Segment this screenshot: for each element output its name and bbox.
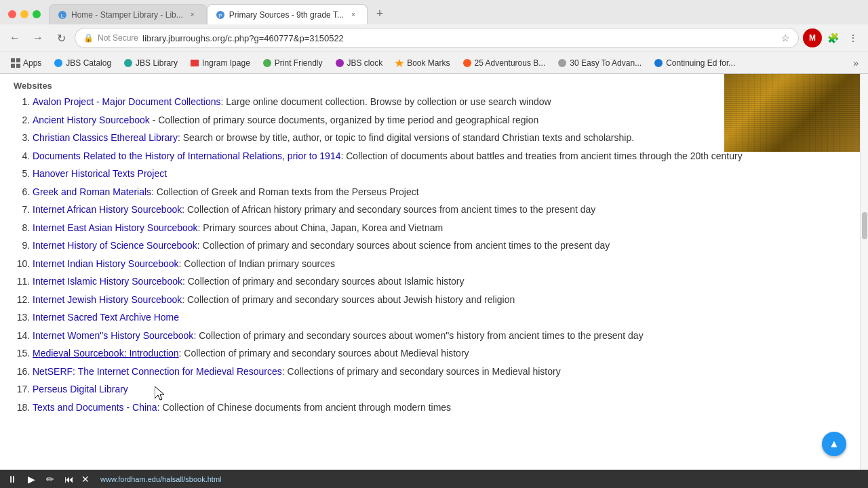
bookmark-print-friendly[interactable]: Print Friendly — [257, 57, 328, 69]
maximize-traffic-light[interactable] — [33, 10, 41, 18]
netserf-link[interactable]: NetSERF: The Internet Connection for Med… — [33, 366, 282, 377]
tab-1-favicon: L — [58, 10, 67, 20]
url-text: library.jburroughs.org/c.php?g=460777&p=… — [142, 33, 777, 43]
apps-icon — [11, 58, 20, 68]
media-play-button[interactable]: ▶ — [24, 472, 38, 486]
svg-rect-6 — [11, 64, 15, 68]
jbs-library-label: JBS Library — [136, 58, 178, 68]
svg-rect-4 — [11, 58, 15, 62]
tab-1-title: Home - Stamper Library - Lib... — [71, 10, 183, 20]
tab-1-close[interactable]: × — [187, 9, 198, 20]
bookmark-30easy[interactable]: 30 Easy To Advan... — [552, 57, 647, 69]
list-item: Internet History of Science Sourcebook: … — [33, 237, 846, 254]
close-traffic-light[interactable] — [8, 10, 16, 18]
bookmarks-icon — [395, 58, 404, 68]
science-sourcebook-description: : Collection of primary and secondary so… — [197, 240, 610, 251]
avalon-project-link[interactable]: Avalon Project - Major Document Collecti… — [33, 96, 221, 107]
traffic-lights — [0, 6, 49, 22]
list-item: Texts and Documents - China: Collection … — [33, 399, 846, 416]
texts-documents-link[interactable]: Texts and Documents - China — [33, 402, 157, 413]
islamic-history-link[interactable]: Internet Islamic History Sourcebook — [33, 276, 182, 287]
jewish-history-link[interactable]: Internet Jewish History Sourcebook — [33, 294, 182, 305]
bookmark-ingram[interactable]: Ingram Ipage — [184, 57, 256, 69]
scroll-thumb[interactable] — [862, 212, 867, 239]
greek-roman-link[interactable]: Greek and Roman Materials — [33, 186, 151, 197]
bookmark-bookmarks[interactable]: Book Marks — [389, 57, 455, 69]
more-bookmarks-button[interactable]: » — [849, 56, 863, 70]
book-pages-image — [724, 74, 860, 152]
jbs-clock-label: JBS clock — [347, 58, 383, 68]
avalon-description: : Large online document collection. Brow… — [221, 96, 551, 107]
east-asian-link[interactable]: Internet East Asian History Sourcebook — [33, 222, 198, 233]
bookmark-apps[interactable]: Apps — [5, 57, 47, 69]
ingram-icon — [190, 58, 199, 68]
url-bar[interactable]: 🔒 Not Secure library.jburroughs.org/c.ph… — [75, 28, 799, 48]
media-close-button[interactable]: ✕ — [81, 474, 90, 485]
media-edit-button[interactable]: ✏ — [43, 472, 57, 486]
christian-classics-description: : Search or browse by title, author, or … — [178, 132, 634, 143]
east-asian-description: : Primary sources about China, Japan, Ko… — [198, 222, 443, 233]
media-bar: ⏸ ▶ ✏ ⏮ ✕ www.fordham.edu/halsall/sbook.… — [0, 470, 868, 488]
forward-button[interactable]: → — [28, 28, 47, 47]
svg-marker-13 — [395, 59, 404, 67]
reload-button[interactable]: ↻ — [52, 28, 71, 47]
extensions-button[interactable]: 🧩 — [823, 28, 842, 47]
greek-roman-description: : Collection of Greek and Roman texts fr… — [151, 186, 419, 197]
svg-text:P: P — [218, 13, 222, 19]
bookmark-jbs-catalog[interactable]: JBS Catalog — [48, 57, 117, 69]
bookmark-cont-ed[interactable]: Continuing Ed for... — [648, 57, 741, 69]
african-history-link[interactable]: Internet African History Sourcebook — [33, 204, 182, 215]
25adv-label: 25 Adventurous B... — [475, 58, 546, 68]
print-friendly-label: Print Friendly — [275, 58, 323, 68]
tab-2-favicon: P — [216, 10, 225, 20]
page-content: Websites Avalon Project - Major Document… — [0, 74, 868, 470]
hanover-link[interactable]: Hanover Historical Texts Project — [33, 168, 167, 179]
list-item: Medieval Sourcebook: Introduction: Colle… — [33, 345, 846, 362]
ancient-history-description: - Collection of primary source documents… — [150, 115, 539, 125]
main-content-area: Websites Avalon Project - Major Document… — [0, 74, 860, 470]
islamic-history-description: : Collection of primary and secondary so… — [182, 276, 465, 287]
side-image — [724, 74, 860, 152]
apps-label: Apps — [23, 58, 41, 68]
media-rewind-button[interactable]: ⏮ — [62, 472, 76, 486]
tab-1[interactable]: L Home - Stamper Library - Lib... × — [49, 4, 207, 24]
tab-bar-area: L Home - Stamper Library - Lib... × P Pr… — [0, 0, 868, 74]
back-button[interactable]: ← — [5, 28, 24, 47]
star-icon[interactable]: ☆ — [781, 33, 790, 43]
tab-2-title: Primary Sources - 9th grade T... — [229, 10, 344, 20]
science-sourcebook-link[interactable]: Internet History of Science Sourcebook — [33, 240, 197, 251]
scrollbar[interactable] — [860, 74, 868, 470]
bookmark-25adv[interactable]: 25 Adventurous B... — [457, 57, 551, 69]
list-item: Internet Women"s History Sourcebook: Col… — [33, 327, 846, 344]
jewish-history-description: : Collection of primary and secondary so… — [182, 294, 515, 305]
minimize-traffic-light[interactable] — [20, 10, 28, 18]
30easy-icon — [557, 58, 567, 68]
medieval-sourcebook-link[interactable]: Medieval Sourcebook: Introduction — [33, 348, 179, 359]
browser-actions: M 🧩 ⋮ — [803, 28, 863, 47]
svg-rect-7 — [16, 64, 20, 68]
profile-icon[interactable]: M — [803, 28, 822, 47]
tab-2[interactable]: P Primary Sources - 9th grade T... × — [207, 4, 368, 24]
christian-classics-link[interactable]: Christian Classics Ethereal Library — [33, 132, 178, 143]
back-to-top-button[interactable]: ▲ — [822, 432, 846, 456]
list-item: Perseus Digital Library — [33, 381, 846, 398]
documents-international-link[interactable]: Documents Related to the History of Inte… — [33, 150, 340, 161]
svg-point-12 — [336, 59, 344, 67]
tab-2-close[interactable]: × — [348, 9, 359, 20]
svg-text:L: L — [61, 13, 64, 19]
documents-international-description: : Collection of documents about battles … — [340, 150, 742, 161]
texts-documents-description: : Collection of Chinese documents from a… — [157, 402, 451, 413]
media-pause-button[interactable]: ⏸ — [5, 472, 19, 486]
jbs-catalog-icon — [54, 58, 63, 68]
menu-button[interactable]: ⋮ — [844, 28, 863, 47]
ancient-history-link[interactable]: Ancient History Sourcebook — [33, 115, 150, 125]
browser-window: L Home - Stamper Library - Lib... × P Pr… — [0, 0, 868, 488]
perseus-digital-link[interactable]: Perseus Digital Library — [33, 384, 128, 394]
bookmark-jbs-clock[interactable]: JBS clock — [330, 57, 389, 69]
bookmarks-bar: Apps JBS Catalog JBS Library Ingram Ipag… — [0, 52, 868, 73]
sacred-text-link[interactable]: Internet Sacred Text Archive Home — [33, 312, 179, 323]
new-tab-button[interactable]: + — [370, 4, 389, 23]
bookmark-jbs-library[interactable]: JBS Library — [118, 57, 183, 69]
indian-history-link[interactable]: Internet Indian History Sourcebook — [33, 258, 179, 269]
womens-history-link[interactable]: Internet Women"s History Sourcebook — [33, 330, 193, 341]
